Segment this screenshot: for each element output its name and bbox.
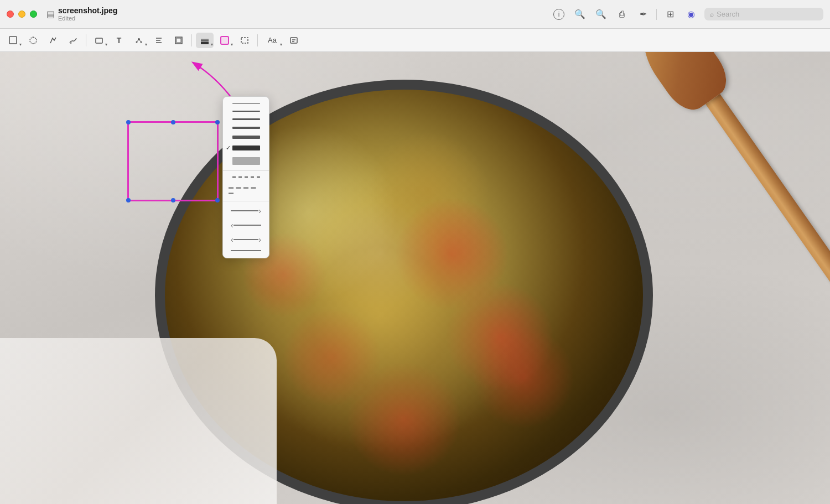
line-option-medium[interactable] (223, 123, 269, 132)
handle-top-mid[interactable] (171, 120, 175, 124)
line-option-medium-thin[interactable] (223, 115, 269, 123)
line-thickness-button[interactable] (196, 33, 214, 48)
text-icon: T (117, 36, 122, 45)
handle-bottom-right[interactable] (215, 198, 220, 202)
zoom-out-button[interactable]: 🔍 (572, 7, 588, 22)
caption-button[interactable] (285, 33, 303, 48)
line-option-hairline[interactable] (223, 100, 269, 107)
lasso-tool-button[interactable] (24, 33, 42, 48)
shape-rect-icon (95, 36, 103, 45)
line-option-thin[interactable] (223, 107, 269, 115)
title-section: screenshot.jpeg Edited (58, 6, 117, 23)
frame-icon (174, 36, 183, 45)
dropdown-divider-1 (223, 170, 269, 171)
caption-icon (289, 36, 298, 45)
align-button[interactable] (150, 33, 168, 48)
close-button[interactable] (7, 11, 14, 18)
thick-preview (232, 146, 260, 150)
svg-rect-0 (9, 37, 17, 44)
pen-draw-button[interactable] (44, 33, 62, 48)
sidebar-icon: ▤ (46, 9, 55, 19)
selection-icon (9, 36, 18, 45)
extra-thick-preview (232, 157, 260, 165)
arrow-none-preview (231, 250, 261, 251)
filename-label: screenshot.jpeg (58, 6, 117, 15)
arrow-right-preview: › (231, 207, 261, 215)
share-icon: ⎙ (619, 9, 625, 19)
pen-icon: ✒ (640, 9, 647, 19)
separator-1 (86, 34, 86, 46)
hairline-preview (232, 103, 260, 104)
search-icon: ⌕ (710, 11, 714, 18)
line-thickness-icon (200, 36, 210, 45)
sidebar-toggle-button[interactable]: ▤ (43, 7, 58, 22)
line-option-arrow-both[interactable]: ‹ › (223, 232, 269, 247)
fullscreen-button[interactable] (30, 11, 37, 18)
white-cloth (0, 338, 277, 504)
arrow-left-preview: ‹ (231, 221, 261, 229)
medium-thin-preview (232, 118, 260, 120)
line-option-arrow-right[interactable]: › (223, 204, 269, 218)
border-style-button[interactable] (236, 33, 253, 48)
line-option-extra-thick[interactable] (223, 154, 269, 168)
line-option-dashed[interactable] (223, 173, 269, 181)
medium-thick-preview (232, 136, 260, 139)
handle-top-left[interactable] (126, 120, 131, 124)
line-option-arrow-left[interactable]: ‹ (223, 218, 269, 232)
shape-rect-button[interactable] (90, 33, 108, 48)
line-thickness-dropdown[interactable]: ▬ ▬ ▬ ▬ ▬ › ‹ ‹ › (222, 96, 269, 258)
separator-2 (191, 34, 192, 46)
expand-icon: ⊞ (667, 9, 674, 19)
user-button[interactable]: ◉ (683, 7, 699, 22)
edited-label: Edited (58, 15, 117, 22)
arrow-both-preview: ‹ › (231, 236, 261, 243)
zoom-in-button[interactable]: 🔍 (593, 7, 609, 22)
frame-button[interactable] (170, 33, 188, 48)
selection-tool-button[interactable] (4, 33, 22, 48)
handle-top-right[interactable] (215, 120, 220, 124)
main-image-area: ▬ ▬ ▬ ▬ ▬ › ‹ ‹ › (0, 52, 830, 504)
sketch-icon (69, 36, 77, 45)
medium-preview (232, 127, 260, 129)
border-style-icon (240, 36, 249, 45)
expand-button[interactable]: ⊞ (662, 7, 678, 22)
zoom-in-icon: 🔍 (595, 9, 606, 19)
svg-line-5 (137, 39, 139, 42)
align-icon (154, 36, 163, 45)
pen-tool-button[interactable]: ✒ (635, 7, 651, 22)
fill-color-button[interactable] (216, 33, 234, 48)
minimize-button[interactable] (18, 11, 25, 18)
line-option-medium-thick[interactable] (223, 132, 269, 142)
user-icon: ◉ (687, 9, 695, 19)
handle-bottom-mid[interactable] (171, 198, 175, 202)
handle-bottom-left[interactable] (126, 198, 131, 202)
search-bar[interactable]: ⌕ (704, 8, 823, 20)
line-option-arrow-none[interactable] (223, 247, 269, 254)
titlebar-right: i 🔍 🔍 ⎙ ✒ ⊞ ◉ ⌕ (551, 7, 823, 22)
font-icon: Aa (268, 36, 277, 44)
sketch-button[interactable] (64, 33, 82, 48)
dotted-preview: ▬ ▬ ▬ ▬ ▬ (229, 184, 263, 195)
zoom-out-icon: 🔍 (574, 9, 585, 19)
dashed-preview (232, 176, 260, 178)
share-button[interactable]: ⎙ (614, 7, 630, 22)
svg-rect-1 (96, 38, 102, 43)
dropdown-divider-2 (223, 201, 269, 201)
font-button[interactable]: Aa (262, 33, 283, 48)
pink-rectangle-annotation[interactable] (127, 121, 219, 201)
titlebar: ▤ screenshot.jpeg Edited i 🔍 🔍 ⎙ ✒ ⊞ ◉ ⌕ (0, 0, 830, 29)
toolbar: T (0, 29, 830, 52)
line-option-thick[interactable] (223, 142, 269, 154)
thin-preview (232, 111, 260, 112)
search-input[interactable] (717, 10, 818, 18)
smart-shape-button[interactable] (130, 33, 148, 48)
line-option-dotted[interactable]: ▬ ▬ ▬ ▬ ▬ (223, 181, 269, 199)
svg-line-6 (139, 39, 141, 42)
info-button[interactable]: i (551, 7, 567, 22)
svg-rect-11 (177, 38, 181, 43)
svg-rect-15 (241, 38, 248, 43)
traffic-lights (7, 11, 37, 18)
separator-3 (257, 34, 258, 46)
fill-color-swatch (220, 36, 229, 45)
text-tool-button[interactable]: T (110, 33, 128, 48)
